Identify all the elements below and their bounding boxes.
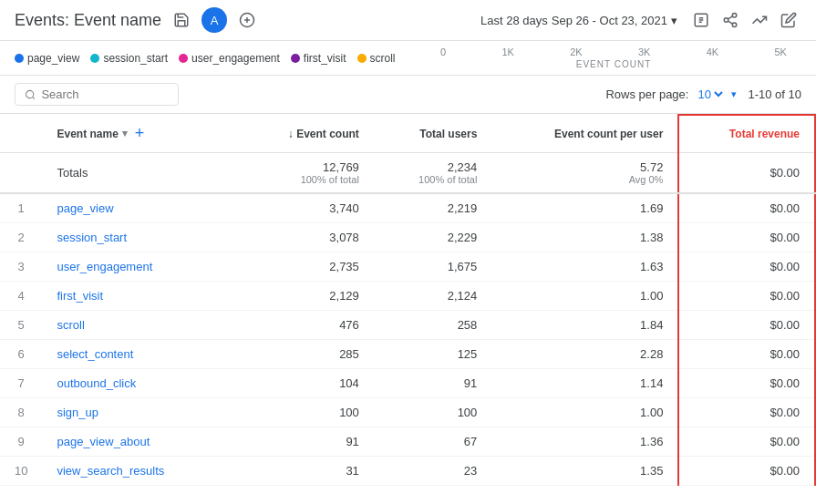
legend-label-session-start: session_start — [103, 52, 168, 65]
x-label-0: 0 — [440, 46, 446, 57]
totals-label: Totals — [42, 153, 238, 194]
event-name-link[interactable]: sign_up — [57, 406, 98, 419]
event-name-dropdown-icon: ▾ — [122, 128, 128, 139]
row-revenue: $0.00 — [678, 369, 815, 398]
edit-button[interactable] — [776, 7, 801, 33]
col-total-users-header[interactable]: Total users — [374, 115, 491, 153]
totals-index — [0, 153, 42, 194]
row-index: 6 — [0, 340, 42, 369]
legend-dot-user-engagement — [179, 54, 188, 63]
date-range-selector[interactable]: Last 28 days Sep 26 - Oct 23, 2021 ▾ — [473, 10, 685, 31]
date-label: Last 28 days — [480, 14, 548, 27]
row-revenue: $0.00 — [678, 311, 815, 340]
row-revenue: $0.00 — [678, 252, 815, 282]
row-index: 5 — [0, 311, 42, 340]
row-index: 1 — [0, 193, 42, 223]
rows-per-page-select[interactable]: 10 25 50 — [694, 87, 726, 102]
table-row: 10 view_search_results 31 23 1.35 $0.00 — [0, 457, 815, 486]
table-controls: Rows per page: 10 25 50 ▾ 1-10 of 10 — [0, 76, 816, 114]
trend-button[interactable] — [747, 7, 772, 33]
header: Events: Event name A Last 28 days Sep 26… — [0, 0, 816, 41]
row-event-name[interactable]: scroll — [42, 311, 238, 340]
table-row: 6 select_content 285 125 2.28 $0.00 — [0, 340, 815, 369]
row-event-count: 476 — [239, 311, 374, 340]
search-input[interactable] — [41, 87, 169, 101]
row-event-count: 91 — [239, 427, 374, 457]
event-name-link[interactable]: first_visit — [57, 289, 103, 303]
row-revenue: $0.00 — [678, 398, 815, 427]
event-name-link[interactable]: outbound_click — [57, 376, 136, 390]
event-name-link[interactable]: page_view_about — [57, 435, 150, 448]
row-event-name[interactable]: session_start — [42, 223, 238, 252]
row-revenue: $0.00 — [678, 193, 815, 223]
save-report-button[interactable] — [169, 7, 194, 33]
col-event-name-label: Event name — [57, 128, 118, 140]
legend-label-user-engagement: user_engagement — [191, 52, 280, 65]
svg-line-7 — [728, 21, 732, 24]
legend-dot-page-view — [15, 54, 24, 63]
row-event-name[interactable]: view_search_results — [42, 457, 238, 486]
svg-point-6 — [732, 23, 737, 27]
row-event-name[interactable]: page_view_about — [42, 427, 238, 457]
row-index: 10 — [0, 457, 42, 486]
row-index: 7 — [0, 369, 42, 398]
row-event-name[interactable]: select_content — [42, 340, 238, 369]
legend-item-first-visit: first_visit — [291, 52, 346, 65]
search-box[interactable] — [15, 83, 179, 106]
row-index: 8 — [0, 398, 42, 427]
event-name-link[interactable]: select_content — [57, 347, 133, 361]
row-epu: 1.35 — [491, 457, 678, 486]
x-label-4k: 4K — [707, 46, 718, 57]
event-name-link[interactable]: session_start — [57, 231, 127, 244]
row-event-count: 104 — [239, 369, 374, 398]
row-event-count: 100 — [239, 398, 374, 427]
svg-line-10 — [33, 97, 35, 98]
totals-event-count: 12,769 100% of total — [239, 153, 374, 194]
col-event-name-header[interactable]: Event name ▾ + — [42, 115, 238, 153]
event-name-link[interactable]: scroll — [57, 318, 84, 332]
row-event-count: 3,740 — [239, 193, 374, 223]
row-event-name[interactable]: user_engagement — [42, 252, 238, 282]
row-event-name[interactable]: first_visit — [42, 282, 238, 311]
col-index — [0, 115, 42, 153]
col-total-revenue-header[interactable]: Total revenue — [678, 115, 815, 153]
col-event-count-per-user-header[interactable]: Event count per user — [491, 115, 678, 153]
col-event-count-header[interactable]: ↓ Event count — [239, 115, 374, 153]
date-dropdown-icon: ▾ — [671, 14, 677, 27]
row-epu: 1.00 — [491, 282, 678, 311]
x-label-1k: 1K — [501, 46, 513, 57]
row-index: 9 — [0, 427, 42, 457]
row-epu: 1.63 — [491, 252, 678, 282]
row-event-name[interactable]: outbound_click — [42, 369, 238, 398]
report-save-icon-button[interactable] — [688, 7, 714, 33]
share-button[interactable] — [718, 7, 743, 33]
row-epu: 1.14 — [491, 369, 678, 398]
row-event-count: 2,129 — [239, 282, 374, 311]
row-epu: 1.69 — [491, 193, 678, 223]
legend-item-page-view: page_view — [15, 52, 79, 65]
row-event-name[interactable]: page_view — [42, 193, 238, 223]
event-name-link[interactable]: page_view — [57, 201, 113, 215]
event-name-link[interactable]: view_search_results — [57, 464, 164, 478]
table-row: 9 page_view_about 91 67 1.36 $0.00 — [0, 427, 815, 457]
event-name-link[interactable]: user_engagement — [57, 260, 152, 273]
table-row: 5 scroll 476 258 1.84 $0.00 — [0, 311, 815, 340]
row-total-users: 1,675 — [374, 252, 491, 282]
row-total-users: 23 — [374, 457, 491, 486]
row-epu: 1.38 — [491, 223, 678, 252]
rows-per-page-control: Rows per page: 10 25 50 ▾ — [605, 87, 737, 102]
col-event-count-label: ↓ Event count — [288, 128, 359, 140]
row-total-users: 2,124 — [374, 282, 491, 311]
legend-item-session-start: session_start — [90, 52, 168, 65]
totals-total-users: 2,234 100% of total — [374, 153, 491, 194]
row-revenue: $0.00 — [678, 457, 815, 486]
add-button[interactable] — [234, 7, 260, 33]
row-event-count: 2,735 — [239, 252, 374, 282]
add-dimension-button[interactable]: + — [131, 124, 149, 143]
svg-point-9 — [26, 90, 34, 98]
row-epu: 2.28 — [491, 340, 678, 369]
row-revenue: $0.00 — [678, 427, 815, 457]
row-event-name[interactable]: sign_up — [42, 398, 238, 427]
row-total-users: 91 — [374, 369, 491, 398]
table-row: 3 user_engagement 2,735 1,675 1.63 $0.00 — [0, 252, 815, 282]
